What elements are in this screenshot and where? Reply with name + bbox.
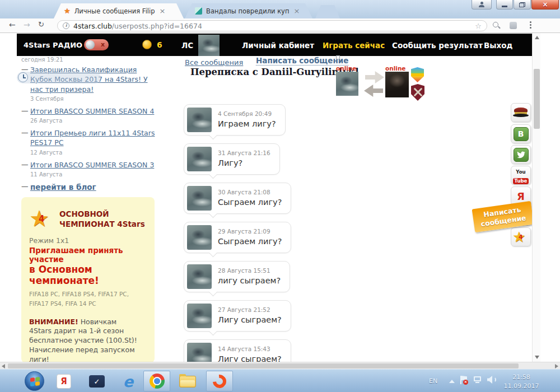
- message-avatar: [187, 108, 212, 132]
- tab1-close-icon[interactable]: ×: [160, 7, 166, 15]
- browser-toolbar: ← → ↻ i 4stars.club/userposts.php?id=166…: [0, 18, 560, 33]
- taskbar-chrome-button[interactable]: [143, 371, 170, 391]
- nav-item-play-now[interactable]: Играть сейчас: [323, 41, 385, 50]
- message-text: Лигу сыграем?: [218, 354, 282, 362]
- volume-icon[interactable]: [487, 376, 496, 384]
- vertical-scrollbar[interactable]: [532, 33, 540, 362]
- online-status-left: online: [336, 65, 356, 72]
- folder-icon: [179, 376, 196, 388]
- military-cap-widget[interactable]: [511, 103, 531, 122]
- language-indicator[interactable]: EN: [429, 377, 437, 385]
- message-date: 30 Августа 21:08: [218, 189, 282, 195]
- taskbar-mail-button[interactable]: ✓: [88, 372, 105, 390]
- action-center-icon[interactable]: ×: [460, 376, 468, 384]
- horizontal-scrollbar[interactable]: [0, 362, 560, 369]
- write-message-link[interactable]: Написать сообщение: [256, 56, 348, 66]
- network-icon[interactable]: [474, 376, 482, 383]
- profile-window-button[interactable]: [472, 0, 492, 10]
- scroll-down-icon[interactable]: [535, 356, 539, 359]
- nav-item-messages[interactable]: ЛС: [181, 41, 193, 50]
- restore-button[interactable]: [514, 0, 531, 10]
- vertical-scroll-thumb[interactable]: [534, 69, 540, 129]
- blog-link[interactable]: перейти в блог: [30, 182, 158, 193]
- message-card[interactable]: 29 Августа 21:09 Сыграем лигу?: [184, 222, 291, 253]
- search-icon[interactable]: [493, 22, 498, 27]
- message-avatar: [187, 304, 212, 328]
- message-avatar: [187, 343, 212, 362]
- url-text[interactable]: 4stars.club/userposts.php?id=16674: [73, 22, 475, 30]
- tab2-close-icon[interactable]: ×: [293, 7, 300, 15]
- nav-item-report-result[interactable]: Сообщить результат: [392, 41, 483, 50]
- taskbar-yandex-button[interactable]: Я: [56, 372, 72, 390]
- all-messages-link[interactable]: Все сообщения: [185, 58, 243, 67]
- avatar-right[interactable]: [385, 72, 409, 97]
- scroll-right-icon[interactable]: [555, 364, 558, 368]
- radio-close-icon[interactable]: x: [101, 41, 105, 48]
- message-card[interactable]: 30 Августа 21:08 Сыграем лигу?: [184, 183, 291, 214]
- message-card[interactable]: 27 Августа 21:52 Лигу сыграем?: [184, 300, 291, 332]
- scroll-left-icon[interactable]: [2, 364, 5, 368]
- message-date: 28 Августа 15:51: [218, 267, 281, 274]
- minimize-button[interactable]: [496, 0, 513, 10]
- menu-dots-icon[interactable]: [530, 21, 531, 30]
- twitter-widget[interactable]: [511, 145, 531, 164]
- message-card[interactable]: 31 Августа 21:16 Лигу?: [184, 143, 280, 175]
- horizontal-scroll-thumb[interactable]: [8, 363, 519, 368]
- news-item: — Итоги BRASCO SUMMER SEASON 3: [21, 160, 158, 170]
- star-widget[interactable]: ★ 4: [511, 227, 531, 246]
- site-navbar: 4Stars РАДИО x 6 ЛС Личный кабинет Играт…: [17, 34, 532, 56]
- message-card[interactable]: 14 Августа 15:43 Лигу сыграем?: [184, 339, 291, 362]
- message-avatar: [187, 264, 212, 289]
- promo-invite-line1: Приглашаем принять участие: [29, 246, 147, 264]
- taskbar-origin-button[interactable]: [206, 371, 233, 391]
- extension-icon[interactable]: [510, 22, 517, 29]
- refresh-icon[interactable]: ↻: [38, 20, 44, 29]
- forward-icon[interactable]: →: [24, 20, 30, 29]
- message-card[interactable]: 4 Сентября 20:49 Играем лигу?: [184, 104, 286, 136]
- address-bar[interactable]: i 4stars.club/userposts.php?id=16674 ☆: [57, 20, 487, 31]
- tab-news[interactable]: Вандалы повредили куп ×: [185, 3, 312, 18]
- message-text: Сыграем лигу?: [218, 198, 282, 207]
- show-hidden-icons-icon[interactable]: [449, 380, 455, 383]
- message-card[interactable]: 28 Августа 15:51 лигу сыграем?: [184, 261, 290, 292]
- taskbar: Я ✓ e EN × 21:58 11.09.2017: [0, 369, 560, 392]
- scroll-up-icon[interactable]: [535, 36, 539, 39]
- close-button[interactable]: ×: [531, 0, 559, 10]
- message-avatar: [187, 147, 212, 171]
- message-date: 14 Августа 15:43: [218, 346, 282, 352]
- star-4-icon: ★ 4: [512, 228, 529, 245]
- promo-panel: ★ 4 ОСНОВНОЙ ЧЕМПИОНАТ 4Stars Режим 1x1 …: [21, 197, 155, 362]
- bookmark-star-icon[interactable]: ☆: [475, 22, 482, 30]
- promo-invite-line2: в Основном чемпионате!: [29, 264, 147, 286]
- news-link[interactable]: Итоги Премьер лиги 11x11 4Stars PES17 PC: [30, 128, 158, 148]
- promo-platforms: FIFA18 PC, FIFA18 PS4, FIFA17 PC, FIFA17…: [29, 290, 147, 309]
- back-icon[interactable]: ←: [9, 20, 16, 29]
- coin-count: 6: [157, 40, 162, 49]
- clock-icon: [18, 72, 28, 82]
- tab-messages[interactable]: ★ Личные сообщения Filip ×: [54, 3, 184, 18]
- message-text: Сыграем лигу?: [218, 237, 282, 246]
- tab2-favicon-icon: [195, 7, 202, 15]
- start-button[interactable]: [25, 371, 44, 391]
- url-host: 4stars.club: [73, 22, 112, 30]
- avatar-left[interactable]: [336, 72, 358, 96]
- youtube-icon: You Tube: [513, 166, 529, 184]
- new-tab-button[interactable]: [315, 5, 340, 18]
- news-date: 3 Сентября: [30, 96, 174, 102]
- youtube-widget[interactable]: You Tube: [511, 166, 531, 185]
- team-badge-icon: [411, 67, 424, 82]
- news-link[interactable]: Итоги BRASCO SUMMER SEASON 3: [30, 160, 158, 170]
- taskbar-explorer-button[interactable]: [178, 372, 197, 390]
- page-info-icon[interactable]: i: [63, 22, 69, 29]
- nav-item-cabinet[interactable]: Личный кабинет: [242, 41, 314, 50]
- vk-widget[interactable]: B: [511, 124, 531, 143]
- nav-avatar[interactable]: [198, 35, 220, 56]
- yandex-icon: Я: [517, 190, 525, 202]
- taskbar-ie-button[interactable]: e: [120, 372, 137, 390]
- promo-attention: ВНИМАНИЕ! Новичкам 4Stars дарит на 1-й с…: [29, 318, 141, 362]
- news-link[interactable]: Итоги BRASCO SUMMER SEASON 4: [30, 106, 158, 116]
- clock[interactable]: 21:58 11.09.2017: [497, 373, 545, 391]
- nav-item-logout[interactable]: Выход: [484, 41, 512, 50]
- radio-player-button[interactable]: x: [84, 39, 109, 50]
- chrome-icon: [150, 374, 165, 389]
